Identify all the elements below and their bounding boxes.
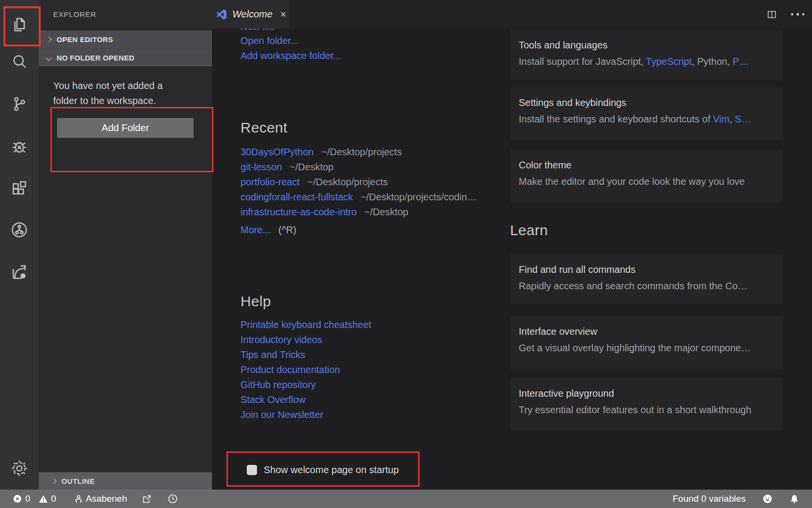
git-graph-icon[interactable] xyxy=(0,219,39,240)
card-text: Get a visual overlay highlighting the ma… xyxy=(519,343,751,353)
help-link[interactable]: Product documentation xyxy=(241,364,340,375)
recent-project-link[interactable]: portfolio-react xyxy=(241,177,300,188)
account-item[interactable]: Asabeneh xyxy=(74,493,127,504)
source-control-icon[interactable] xyxy=(0,93,39,115)
recent-list: 30DaysOfPython~/Desktop/projectsgit-less… xyxy=(241,145,477,220)
help-heading: Help xyxy=(241,293,271,310)
welcome-card[interactable]: Tools and languagesInstall support for J… xyxy=(510,30,782,80)
open-folder-link[interactable]: Open folder... xyxy=(241,35,299,46)
no-folder-message: You have not yet added a folder to the w… xyxy=(53,78,163,108)
found-variables-text: Found 0 variables xyxy=(673,493,746,504)
files-icon[interactable] xyxy=(0,14,39,35)
welcome-card[interactable]: Settings and keybindingsInstall the sett… xyxy=(510,87,782,140)
help-link[interactable]: Stack Overflow xyxy=(241,394,305,405)
help-link[interactable]: Tips and Tricks xyxy=(241,349,305,360)
show-welcome-checkbox[interactable] xyxy=(247,465,257,475)
recent-project-path: ~/Desktop/projects/codin… xyxy=(361,192,477,203)
recent-project-link[interactable]: codingforall-react-fullstack xyxy=(241,192,353,203)
help-link[interactable]: Printable keyboard cheatsheet xyxy=(241,319,371,330)
tab-title: Welcome xyxy=(232,9,272,20)
recent-project-link[interactable]: infrastructure-as-code-intro xyxy=(241,207,357,218)
clock-icon xyxy=(167,493,178,504)
card-title: Interactive playground xyxy=(519,388,782,399)
clock-item[interactable] xyxy=(167,493,178,504)
help-link-row: Join our Newsletter xyxy=(241,407,371,422)
debug-icon[interactable] xyxy=(0,136,39,157)
help-link-row: Product documentation xyxy=(241,362,371,377)
help-link-row: Printable keyboard cheatsheet xyxy=(241,317,371,332)
explorer-sidebar: EXPLORER OPEN EDITORS NO FOLDER OPENED Y… xyxy=(39,0,212,490)
add-workspace-folder-link[interactable]: Add workspace folder... xyxy=(241,50,341,61)
recent-project-link[interactable]: git-lesson xyxy=(241,162,282,173)
recent-project-path: ~/Desktop xyxy=(364,207,408,218)
card-title: Find and run all commands xyxy=(519,264,782,275)
tab-close-icon[interactable]: × xyxy=(280,9,286,20)
live-share-item[interactable] xyxy=(142,494,152,504)
section-outline[interactable]: OUTLINE xyxy=(39,472,212,490)
help-link-row: Tips and Tricks xyxy=(241,347,371,362)
card-description: Install support for JavaScript, TypeScri… xyxy=(519,56,782,67)
split-editor-icon[interactable] xyxy=(766,9,778,20)
card-description: Get a visual overlay highlighting the ma… xyxy=(519,343,782,354)
welcome-card[interactable]: Find and run all commandsRapidly access … xyxy=(510,254,782,304)
card-title: Interface overview xyxy=(519,326,782,337)
section-label: OPEN EDITORS xyxy=(57,35,113,44)
welcome-card[interactable]: Interactive playgroundTry essential edit… xyxy=(510,378,782,430)
card-description: Make the editor and your code look the w… xyxy=(519,176,782,187)
warning-indicator[interactable]: 0 xyxy=(38,493,57,504)
chevron-right-icon xyxy=(45,36,52,43)
tab-welcome[interactable]: Welcome × xyxy=(212,0,289,29)
recent-project-path: ~/Desktop/projects xyxy=(321,147,402,158)
card-inline-link[interactable]: Vim xyxy=(713,114,729,124)
help-link[interactable]: GitHub repository xyxy=(241,379,316,390)
section-label: NO FOLDER OPENED xyxy=(57,54,135,62)
more-shortcut-hint: (^R) xyxy=(278,224,296,236)
more-link[interactable]: More... xyxy=(241,224,271,236)
extensions-icon[interactable] xyxy=(0,178,39,199)
message-line: folder to the workspace. xyxy=(53,93,163,108)
card-title: Tools and languages xyxy=(519,40,782,51)
welcome-card[interactable]: Interface overviewGet a visual overlay h… xyxy=(510,316,782,370)
recent-heading: Recent xyxy=(241,120,287,136)
search-icon[interactable] xyxy=(0,51,39,73)
more-actions-icon[interactable] xyxy=(791,13,805,15)
chevron-right-icon xyxy=(50,478,57,484)
chevron-down-icon xyxy=(45,55,52,61)
card-text: Install the settings and keyboard shortc… xyxy=(519,114,713,124)
live-share-icon[interactable] xyxy=(0,261,39,283)
section-open-editors[interactable]: OPEN EDITORS xyxy=(39,30,212,48)
recent-project-link[interactable]: 30DaysOfPython xyxy=(241,147,314,158)
activity-bar xyxy=(0,0,39,490)
status-bar: 0 0 Asabeneh xyxy=(0,490,812,508)
card-inline-link[interactable]: P… xyxy=(733,56,749,67)
gear-icon[interactable] xyxy=(0,458,39,479)
notifications-bell-icon[interactable] xyxy=(789,494,799,504)
new-file-link[interactable]: New file xyxy=(241,29,275,32)
card-text: , xyxy=(729,114,735,124)
recent-project-path: ~/Desktop xyxy=(290,162,334,173)
add-folder-button[interactable]: Add Folder xyxy=(57,118,194,138)
error-indicator[interactable]: 0 xyxy=(13,493,30,504)
warning-count: 0 xyxy=(51,493,57,504)
sidebar-title: EXPLORER xyxy=(53,10,96,18)
feedback-smiley-icon[interactable] xyxy=(762,493,773,504)
help-links: Printable keyboard cheatsheetIntroductor… xyxy=(241,317,371,422)
vscode-logo-icon xyxy=(215,8,227,21)
person-icon xyxy=(74,494,84,504)
error-count: 0 xyxy=(25,493,30,504)
tab-bar: Welcome × xyxy=(212,0,812,29)
card-text: , Python, xyxy=(692,56,733,67)
card-inline-link[interactable]: S… xyxy=(735,114,751,124)
welcome-card[interactable]: Color themeMake the editor and your code… xyxy=(510,149,782,202)
section-no-folder-opened[interactable]: NO FOLDER OPENED xyxy=(39,48,212,66)
new-file-link-clipped[interactable]: New file xyxy=(241,29,275,33)
help-link[interactable]: Join our Newsletter xyxy=(241,409,323,420)
recent-project-row: portfolio-react~/Desktop/projects xyxy=(241,175,477,190)
help-link[interactable]: Introductory videos xyxy=(241,334,322,345)
message-line: You have not yet added a xyxy=(53,78,163,93)
learn-heading: Learn xyxy=(510,222,548,239)
card-text: Try essential editor features out in a s… xyxy=(519,404,752,415)
error-icon xyxy=(13,494,22,504)
card-inline-link[interactable]: TypeScript xyxy=(646,56,692,67)
recent-project-row: codingforall-react-fullstack~/Desktop/pr… xyxy=(241,190,477,205)
